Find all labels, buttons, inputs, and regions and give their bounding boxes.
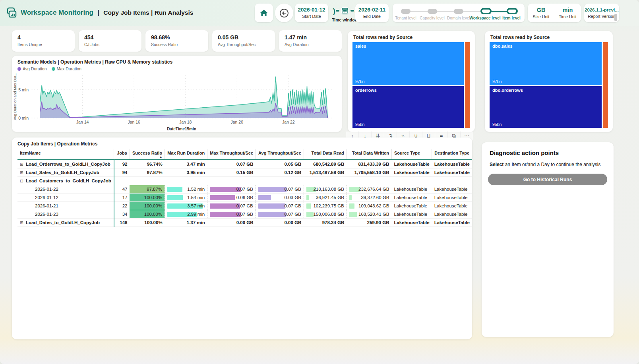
column-header-written[interactable]: Total Data Written [347, 149, 391, 160]
cell-srctype[interactable] [391, 177, 432, 185]
column-header-maxRun[interactable]: Max Run Duration [165, 149, 207, 160]
cell-jobs[interactable]: 47 [114, 185, 130, 194]
cell-read[interactable]: 36,921.45 GB [304, 194, 347, 202]
cell-jobs[interactable]: 17 [114, 194, 130, 202]
column-header-maxTp[interactable]: Max Throughput/Sec [207, 149, 256, 160]
treemap-block-orderrows[interactable]: orderrows95bn [352, 86, 464, 128]
table-row-load-customers-to-goldlh-copyjob[interactable]: ⊟Load_Customers_to_GoldLH_CopyJob [17, 177, 472, 185]
cell-read[interactable]: 218,163.08 GB [304, 185, 347, 194]
column-header-success[interactable]: Success Ratio▲ [130, 149, 165, 160]
cell-jobs[interactable]: 22 [114, 202, 130, 210]
cell-avgtp[interactable]: 0.00 GB [256, 219, 304, 227]
table-row-load-dates-to-goldlh-copyjob[interactable]: ⊞Load_Dates_to_GoldLH_CopyJob148100.00%1… [17, 219, 472, 227]
cell-written[interactable]: 232,676.64 GB [347, 185, 391, 194]
cell-success[interactable] [130, 177, 165, 185]
cell-avgtp[interactable]: 0.07 GB [256, 210, 304, 219]
cell-written[interactable] [347, 177, 391, 185]
cell-srctype[interactable]: LakehouseTable [391, 210, 432, 219]
cell-maxtp[interactable]: 0.00 GB [207, 219, 256, 227]
cell-success[interactable]: 97.87% [130, 185, 165, 194]
cell-itemname[interactable]: ⊞Load_Dates_to_GoldLH_CopyJob [17, 219, 114, 227]
cell-maxrun[interactable]: 3.47 min [165, 160, 207, 168]
cell-maxrun[interactable]: 1.37 min [165, 219, 207, 227]
cell-read[interactable]: 680,542.89 GB [304, 160, 347, 168]
cell-itemname[interactable]: ⊟Load_Customers_to_GoldLH_CopyJob [17, 177, 114, 185]
level-node-workspace-level[interactable] [480, 8, 492, 14]
cell-dsttype[interactable]: LakehouseTable [432, 219, 472, 227]
cell-avgtp[interactable] [256, 177, 304, 185]
level-node-capacity-level[interactable] [428, 9, 437, 14]
cell-read[interactable]: 1,513,487.58 GB [304, 168, 347, 177]
cell-dsttype[interactable]: LakehouseTable [432, 160, 472, 168]
cell-avgtp[interactable]: 0.03 GB [256, 194, 304, 202]
legend-item-max-duration[interactable]: Max Duration [52, 66, 81, 71]
cell-read[interactable] [304, 177, 347, 185]
collapse-icon[interactable]: ⊟ [20, 179, 26, 183]
cell-maxrun[interactable]: 3.57 min [165, 202, 207, 210]
cell-jobs[interactable]: 94 [114, 168, 130, 177]
cell-srctype[interactable]: LakehouseTable [391, 160, 432, 168]
treemap-block-sales[interactable]: sales97bn [352, 42, 464, 85]
start-date-card[interactable]: 2026-01-12 Start Date [295, 4, 328, 22]
back-button[interactable] [275, 4, 293, 22]
cell-srctype[interactable]: LakehouseTable [391, 219, 432, 227]
cell-success[interactable]: 100.00% [130, 194, 165, 202]
cell-srctype[interactable]: LakehouseTable [391, 185, 432, 194]
cell-maxtp[interactable]: 0.07 GB [207, 202, 256, 210]
treemap-block-dbo.orderrows[interactable]: dbo.orderrows95bn [490, 86, 602, 128]
cell-maxrun[interactable]: 1.54 min [165, 194, 207, 202]
cell-written[interactable]: 168,520.41 GB [347, 210, 391, 219]
cell-itemname[interactable]: 2026-01-22 [17, 185, 114, 194]
cell-jobs[interactable]: 34 [114, 210, 130, 219]
column-header-dstType[interactable]: Destination Type [432, 149, 472, 160]
cell-itemname[interactable]: ⊞Load_Sales_to_GoldLH_CopyJob [17, 168, 114, 177]
cell-written[interactable]: 39,372.60 GB [347, 194, 391, 202]
cell-dsttype[interactable]: LakehouseTable [432, 194, 472, 202]
cell-jobs[interactable]: 148 [114, 219, 130, 227]
cell-maxtp[interactable]: 0.07 GB [207, 160, 256, 168]
table-row-2026-01-21[interactable]: 2026-01-2122100.00%3.57 min0.07 GB0.07 G… [17, 202, 472, 210]
cell-written[interactable]: 831,433.39 GB [347, 160, 391, 168]
cell-maxrun[interactable]: 3.95 min [165, 168, 207, 177]
cell-itemname[interactable]: 2026-01-23 [17, 210, 114, 219]
table-row-2026-01-12[interactable]: 2026-01-1217100.00%1.54 min0.06 GB0.03 G… [17, 194, 472, 202]
cell-maxtp[interactable] [207, 177, 256, 185]
cell-written[interactable]: 109,043.62 GB [347, 202, 391, 210]
cell-dsttype[interactable] [432, 177, 472, 185]
cell-maxtp[interactable]: 0.06 GB [207, 194, 256, 202]
version-scrollbar[interactable] [614, 14, 617, 21]
home-button[interactable] [255, 4, 273, 22]
cell-read[interactable]: 158,006.88 GB [304, 210, 347, 219]
cell-success[interactable]: 100.00% [130, 202, 165, 210]
cell-success[interactable]: 97.87% [130, 168, 165, 177]
cell-jobs[interactable] [114, 177, 130, 185]
treemap-other-block[interactable] [465, 42, 470, 128]
size-unit-selector[interactable]: GB Size Unit [528, 4, 554, 22]
level-node-tenant-level[interactable] [401, 9, 411, 14]
column-header-read[interactable]: Total Data Read [304, 149, 347, 160]
cell-maxrun[interactable] [165, 177, 207, 185]
table-row-load-sales-to-goldlh-copyjob[interactable]: ⊞Load_Sales_to_GoldLH_CopyJob9497.87%3.9… [17, 168, 472, 177]
table-row-2026-01-23[interactable]: 2026-01-2334100.00%2.99 min0.07 GB0.07 G… [17, 210, 472, 219]
cell-success[interactable]: 96.74% [130, 160, 165, 168]
cell-dsttype[interactable]: LakehouseTable [432, 210, 472, 219]
cell-avgtp[interactable]: 0.07 GB [256, 202, 304, 210]
cell-srctype[interactable]: LakehouseTable [391, 194, 432, 202]
cell-avgtp[interactable]: 0.07 GB [256, 185, 304, 194]
level-node-item-level[interactable] [507, 8, 518, 14]
cell-maxrun[interactable]: 1.52 min [165, 185, 207, 194]
expand-icon[interactable]: ⊞ [20, 170, 26, 175]
cell-written[interactable]: 1,705,558.10 GB [347, 168, 391, 177]
cell-avgtp[interactable]: 0.05 GB [256, 160, 304, 168]
cell-itemname[interactable]: 2026-01-12 [17, 194, 114, 202]
cell-avgtp[interactable]: 0.12 GB [256, 168, 304, 177]
treemap-block-dbo.sales[interactable]: dbo.sales97bn [490, 42, 602, 85]
cell-success[interactable]: 100.00% [130, 219, 165, 227]
cell-read[interactable]: 102,239.75 GB [304, 202, 347, 210]
cell-dsttype[interactable]: LakehouseTable [432, 168, 472, 177]
table-row-2026-01-22[interactable]: 2026-01-224797.87%1.52 min0.07 GB0.07 GB… [17, 185, 472, 194]
table-row-load-orderrows-to-goldlh-copyjob[interactable]: ⊞Load_Orderrows_to_GoldLH_CopyJob9296.74… [17, 160, 472, 168]
expand-icon[interactable]: ⊞ [20, 162, 26, 167]
cell-maxtp[interactable]: 0.15 GB [207, 168, 256, 177]
end-date-card[interactable]: 2026-02-11 End Date [355, 4, 389, 22]
